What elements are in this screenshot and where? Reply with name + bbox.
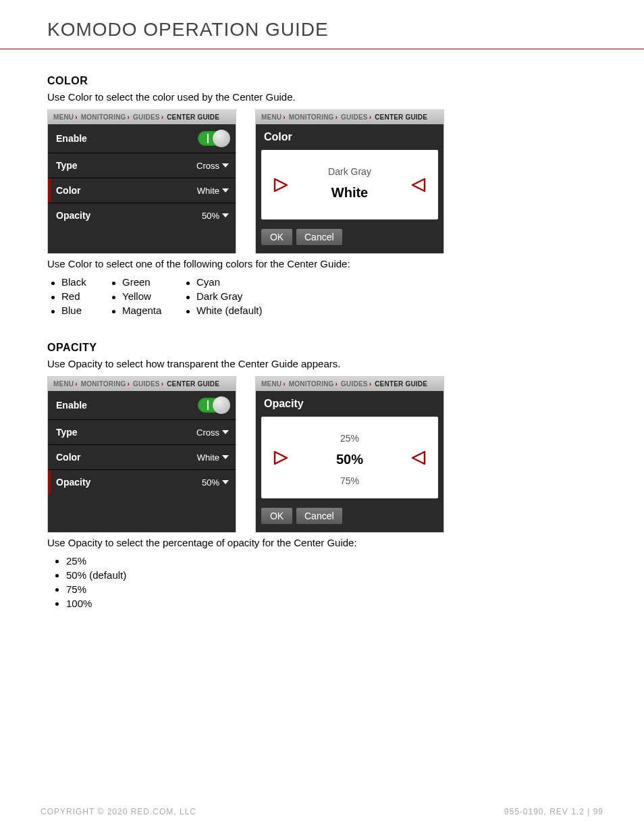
arrow-left-icon[interactable] [411,450,426,465]
arrow-right-icon[interactable] [273,450,288,465]
picker-wheel[interactable]: 25% 50% 75% [261,417,438,498]
page-title: KOMODO OPERATION GUIDE [47,0,603,49]
chevron-icon: › [281,113,287,121]
list-item: 25% [66,555,603,567]
bc-current: CENTER GUIDE [167,380,219,388]
chevron-down-icon [222,455,229,459]
bc-monitoring: MONITORING [289,113,334,121]
menu-label: Opacity [56,210,90,221]
arrow-right-icon[interactable] [273,178,288,192]
chevron-down-icon [222,480,229,484]
bc-menu: MENU [261,113,281,121]
breadcrumb: MENU› MONITORING› GUIDES› CENTER GUIDE [48,110,236,124]
menu-row-type[interactable]: Type Cross [48,420,236,445]
menu-row-color[interactable]: Color White [48,445,236,470]
chevron-down-icon [222,213,229,217]
picker-selected: 50% [268,448,431,471]
picker-wheel[interactable]: Dark Gray White [261,150,438,219]
arrow-left-icon[interactable] [411,178,426,192]
list-item: White (default) [186,305,294,316]
list-item: Blue [51,305,112,316]
bullet-icon [186,282,190,285]
breadcrumb: MENU› MONITORING› GUIDES› CENTER GUIDE [48,377,236,391]
menu-value: 50% [202,211,219,221]
svg-marker-2 [275,452,287,464]
list-item: 75% [66,583,603,595]
bc-menu: MENU [261,380,281,388]
bc-current: CENTER GUIDE [375,113,427,121]
menu-row-color[interactable]: Color White [48,178,236,203]
color-options-grid: Black Green Cyan Red Yellow Dark Gray Bl… [51,276,603,316]
menu-value: White [197,452,219,463]
bc-guides: GUIDES [133,380,160,388]
bullet-icon [186,296,190,299]
bc-current: CENTER GUIDE [375,380,427,388]
list-item: Green [112,276,186,288]
list-item: Dark Gray [186,290,294,302]
chevron-icon: › [368,380,373,388]
ok-button[interactable]: OK [261,229,292,245]
picker-option: Dark Gray [268,162,431,181]
picker-buttons: OK Cancel [256,219,444,253]
bc-guides: GUIDES [341,113,368,121]
list-item: Cyan [186,276,294,288]
section-heading-color: COLOR [47,75,603,87]
divider [0,49,644,49]
bullet-icon [51,282,55,285]
menu-panel-opacity: MENU› MONITORING› GUIDES› CENTER GUIDE E… [47,376,236,533]
picker-panel-color: MENU› MONITORING› GUIDES› CENTER GUIDE C… [255,109,444,254]
menu-label: Opacity [56,477,90,488]
bc-guides: GUIDES [133,113,160,121]
menu-label: Enable [56,133,87,144]
svg-marker-0 [275,179,287,191]
footer-copyright: COPYRIGHT © 2020 RED.COM, LLC [41,807,196,816]
toggle-on-icon[interactable] [198,131,229,146]
toggle-on-icon[interactable] [198,398,229,413]
color-intro: Use Color to select the color used by th… [47,91,603,103]
bullet-icon [112,282,115,285]
bullet-icon [51,310,55,313]
breadcrumb: MENU› MONITORING› GUIDES› CENTER GUIDE [256,110,444,124]
menu-label: Type [56,427,78,438]
menu-value: Cross [196,427,219,438]
menu-label: Color [56,185,81,196]
menu-value: 50% [202,477,219,488]
chevron-icon: › [334,113,340,121]
picker-panel-opacity: MENU› MONITORING› GUIDES› CENTER GUIDE O… [255,376,444,533]
cancel-button[interactable]: Cancel [296,229,342,245]
chevron-icon: › [126,380,132,388]
section-heading-opacity: OPACITY [47,342,603,354]
menu-row-enable[interactable]: Enable [48,391,236,420]
chevron-icon: › [368,113,373,121]
menu-value: White [197,186,219,196]
chevron-down-icon [222,188,229,192]
menu-label: Color [56,452,81,463]
chevron-icon: › [126,113,132,121]
menu-row-opacity[interactable]: Opacity 50% [48,470,236,494]
bc-monitoring: MONITORING [289,380,334,388]
picker-selected: White [268,181,431,205]
list-item: Black [51,276,112,288]
picker-buttons: OK Cancel [256,498,444,532]
color-after: Use Color to select one of the following… [47,258,603,269]
bc-menu: MENU [53,113,74,121]
color-screens: MENU› MONITORING› GUIDES› CENTER GUIDE E… [47,109,603,254]
cancel-button[interactable]: Cancel [296,508,342,524]
bullet-icon [51,296,55,299]
menu-row-type[interactable]: Type Cross [48,153,236,178]
menu-value: Cross [196,161,219,171]
bullet-icon [112,310,115,313]
picker-title: Opacity [256,391,444,414]
opacity-after: Use Opacity to select the percentage of … [47,537,603,548]
opacity-intro: Use Opacity to select how transparent th… [47,358,603,369]
chevron-icon: › [281,380,287,388]
chevron-icon: › [334,380,340,388]
menu-row-opacity[interactable]: Opacity 50% [48,203,236,228]
opacity-options-list: 25% 50% (default) 75% 100% [47,555,603,609]
bc-monitoring: MONITORING [81,380,126,388]
menu-label: Enable [56,400,87,411]
ok-button[interactable]: OK [261,508,292,524]
chevron-icon: › [74,113,79,121]
picker-option: 25% [268,429,431,448]
menu-row-enable[interactable]: Enable [48,124,236,153]
